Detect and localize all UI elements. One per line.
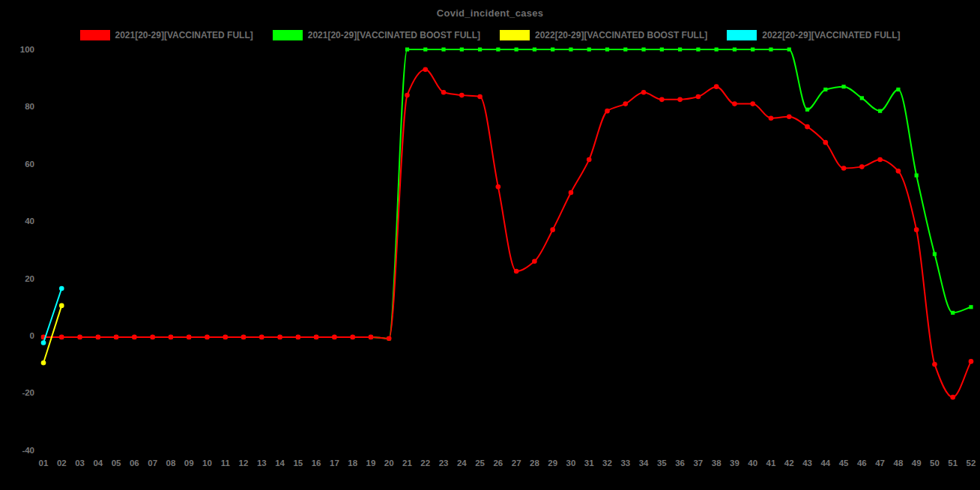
data-point-2[interactable] (787, 47, 791, 51)
data-point-1[interactable] (932, 362, 937, 367)
data-point-1[interactable] (369, 335, 374, 340)
data-point-1[interactable] (514, 269, 519, 274)
x-tick-label: 41 (766, 459, 776, 468)
data-point-1[interactable] (241, 335, 246, 340)
data-point-1[interactable] (441, 90, 447, 95)
data-point-2[interactable] (715, 47, 719, 51)
data-point-1[interactable] (914, 227, 919, 232)
data-point-1[interactable] (496, 184, 501, 190)
x-tick-label: 35 (657, 459, 667, 468)
data-point-2[interactable] (587, 47, 591, 51)
data-point-1[interactable] (59, 335, 64, 340)
data-point-2[interactable] (496, 47, 500, 51)
data-point-1[interactable] (314, 335, 319, 340)
data-point-2[interactable] (605, 47, 609, 51)
data-point-1[interactable] (569, 190, 574, 196)
data-point-2[interactable] (515, 47, 518, 51)
data-point-2[interactable] (551, 47, 554, 51)
data-point-2[interactable] (823, 88, 827, 91)
data-point-1[interactable] (423, 67, 428, 72)
data-point-1[interactable] (459, 93, 465, 98)
data-point-1[interactable] (896, 169, 901, 174)
x-tick-label: 24 (457, 459, 467, 468)
data-point-1[interactable] (714, 84, 719, 89)
data-point-2[interactable] (841, 85, 845, 88)
data-point-1[interactable] (969, 359, 974, 364)
data-point-2[interactable] (441, 47, 445, 51)
data-point-1[interactable] (96, 335, 101, 340)
data-point-1[interactable] (350, 335, 355, 340)
data-point-2[interactable] (405, 47, 409, 51)
x-tick-label: 46 (857, 459, 867, 468)
data-point-2[interactable] (460, 47, 464, 51)
data-point-1[interactable] (587, 157, 592, 163)
data-point-1[interactable] (332, 335, 337, 340)
data-point-1[interactable] (277, 335, 282, 340)
x-tick-label: 34 (639, 459, 649, 468)
data-point-2[interactable] (569, 47, 572, 51)
data-point-1[interactable] (223, 335, 228, 340)
data-point-2[interactable] (641, 47, 645, 51)
data-point-1[interactable] (532, 258, 537, 264)
data-point-1[interactable] (205, 335, 210, 340)
data-point-1[interactable] (405, 93, 410, 98)
data-point-1[interactable] (659, 97, 665, 103)
data-point-1[interactable] (696, 94, 701, 100)
x-tick-label: 28 (530, 459, 539, 468)
data-point-4[interactable] (59, 286, 64, 291)
data-point-1[interactable] (859, 164, 865, 169)
data-point-2[interactable] (423, 47, 427, 51)
x-tick-label: 37 (693, 459, 703, 468)
data-point-1[interactable] (605, 109, 610, 114)
data-point-1[interactable] (114, 335, 119, 340)
data-point-1[interactable] (150, 335, 155, 340)
data-point-1[interactable] (823, 140, 829, 145)
data-point-2[interactable] (478, 47, 482, 51)
data-point-1[interactable] (259, 335, 264, 340)
data-point-1[interactable] (387, 336, 392, 342)
data-point-1[interactable] (187, 335, 192, 340)
series-line-2 (43, 49, 971, 339)
data-point-2[interactable] (805, 108, 809, 112)
data-point-1[interactable] (787, 114, 792, 119)
data-point-2[interactable] (623, 47, 627, 51)
data-point-2[interactable] (769, 47, 772, 51)
y-tick-label: 60 (25, 160, 34, 169)
data-point-2[interactable] (951, 311, 955, 315)
data-point-2[interactable] (969, 305, 973, 309)
data-point-1[interactable] (132, 335, 137, 340)
data-point-1[interactable] (77, 335, 82, 340)
data-point-1[interactable] (950, 395, 955, 400)
data-point-1[interactable] (732, 101, 737, 106)
data-point-2[interactable] (933, 252, 937, 256)
data-point-1[interactable] (169, 335, 174, 340)
data-point-1[interactable] (623, 101, 628, 106)
data-point-4[interactable] (41, 340, 46, 345)
data-point-1[interactable] (550, 227, 555, 232)
data-point-2[interactable] (733, 47, 736, 51)
data-point-2[interactable] (660, 47, 664, 51)
data-point-2[interactable] (896, 88, 900, 91)
x-tick-label: 18 (348, 459, 357, 468)
data-point-3[interactable] (41, 360, 46, 366)
data-point-2[interactable] (751, 47, 754, 51)
data-point-3[interactable] (59, 303, 64, 309)
data-point-2[interactable] (678, 47, 682, 51)
data-point-1[interactable] (477, 94, 483, 100)
x-tick-label: 43 (802, 459, 812, 468)
data-point-1[interactable] (877, 157, 883, 163)
data-point-1[interactable] (805, 124, 810, 130)
x-tick-label: 26 (493, 459, 503, 468)
data-point-1[interactable] (750, 101, 755, 106)
data-point-2[interactable] (860, 96, 864, 100)
x-tick-label: 02 (57, 459, 67, 468)
data-point-2[interactable] (696, 47, 700, 51)
data-point-1[interactable] (677, 97, 683, 103)
data-point-1[interactable] (296, 335, 301, 340)
data-point-2[interactable] (878, 109, 882, 113)
data-point-1[interactable] (841, 166, 847, 171)
data-point-2[interactable] (915, 173, 919, 177)
data-point-1[interactable] (641, 90, 647, 95)
data-point-1[interactable] (769, 115, 774, 121)
data-point-2[interactable] (533, 47, 536, 51)
